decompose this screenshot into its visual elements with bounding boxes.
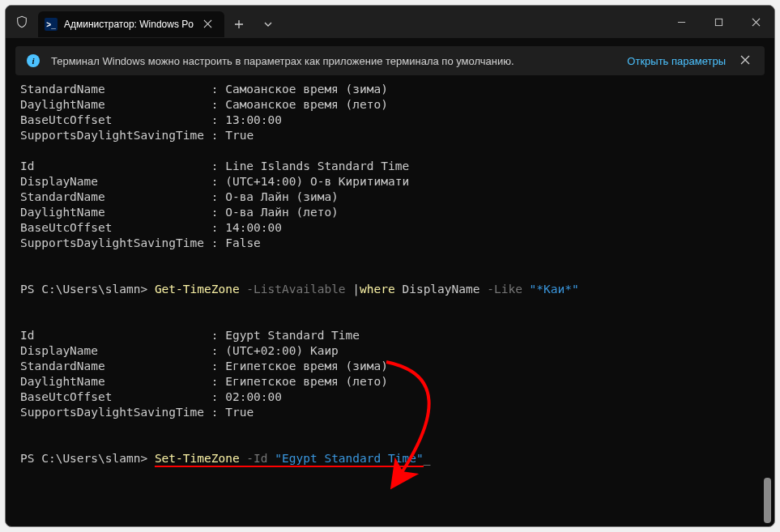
window-controls	[663, 6, 774, 38]
new-tab-button[interactable]	[224, 11, 254, 37]
command-line-1: PS C:\Users\slamn> Get-TimeZone -ListAva…	[20, 283, 579, 296]
output-line: DisplayName : (UTC+14:00) О-в Киритимати	[20, 175, 409, 188]
scrollbar[interactable]	[763, 80, 771, 525]
svg-rect-0	[715, 19, 722, 25]
output-line: StandardName : Самоанское время (зима)	[20, 83, 388, 96]
info-icon: i	[27, 54, 40, 67]
output-line: DaylightName : Самоанское время (лето)	[20, 98, 388, 111]
tab-title: Администратор: Windows Po	[64, 19, 194, 30]
set-timezone-cmd: Set-TimeZone	[155, 452, 240, 467]
output-line: DisplayName : (UTC+02:00) Каир	[20, 344, 339, 357]
terminal-output[interactable]: StandardName : Самоанское время (зима) D…	[6, 79, 763, 526]
cursor: _	[424, 452, 431, 465]
shield-icon	[6, 15, 38, 28]
close-button[interactable]	[737, 6, 774, 38]
default-terminal-banner: i Терминал Windows можно настроить в пар…	[15, 46, 765, 75]
output-line: BaseUtcOffset : 13:00:00	[20, 113, 282, 126]
minimize-button[interactable]	[663, 6, 700, 38]
output-line: DaylightName : Египетское время (лето)	[20, 375, 388, 388]
powershell-icon: >_	[45, 18, 58, 31]
tab-dropdown-button[interactable]	[254, 11, 283, 37]
output-line: DaylightName : О-ва Лайн (лето)	[20, 206, 339, 219]
banner-message: Терминал Windows можно настроить в парам…	[51, 55, 616, 67]
terminal-window: >_ Администратор: Windows Po i Терм	[5, 5, 775, 527]
banner-dismiss-button[interactable]	[737, 55, 753, 67]
titlebar: >_ Администратор: Windows Po	[6, 6, 774, 38]
output-line: Id : Line Islands Standard Time	[20, 160, 409, 172]
tab-close-button[interactable]	[200, 18, 216, 31]
output-line: BaseUtcOffset : 14:00:00	[20, 221, 282, 234]
output-line: Id : Egypt Standard Time	[20, 329, 360, 342]
output-line: BaseUtcOffset : 02:00:00	[20, 390, 282, 403]
open-settings-link[interactable]: Открыть параметры	[627, 55, 726, 67]
output-line: SupportsDaylightSavingTime : True	[20, 129, 254, 142]
output-line: StandardName : О-ва Лайн (зима)	[20, 190, 339, 203]
command-line-2: PS C:\Users\slamn> Set-TimeZone -Id "Egy…	[20, 452, 430, 467]
maximize-button[interactable]	[700, 6, 737, 38]
scrollbar-thumb[interactable]	[764, 478, 771, 523]
output-line: StandardName : Египетское время (зима)	[20, 360, 388, 372]
terminal-viewport: StandardName : Самоанское время (зима) D…	[6, 79, 774, 526]
output-line: SupportsDaylightSavingTime : False	[20, 236, 261, 249]
tab-powershell[interactable]: >_ Администратор: Windows Po	[38, 11, 224, 37]
output-line: SupportsDaylightSavingTime : True	[20, 406, 254, 419]
